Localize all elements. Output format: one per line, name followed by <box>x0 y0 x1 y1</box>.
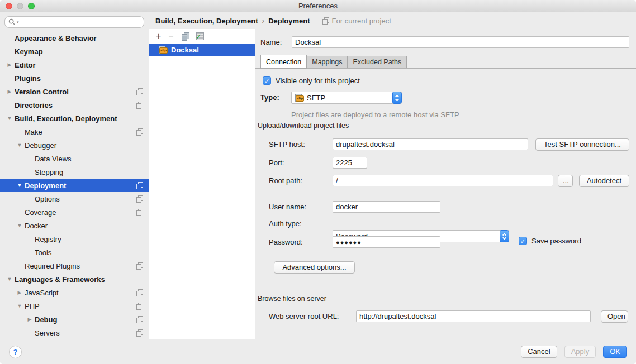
search-input[interactable] <box>20 18 140 26</box>
cancel-button[interactable]: Cancel <box>521 346 557 358</box>
sidebar-item-coverage[interactable]: Coverage <box>0 205 149 219</box>
sidebar-item-label: Stepping <box>35 168 143 176</box>
sidebar-item-docker[interactable]: ▼Docker <box>0 219 149 232</box>
search-filter-caret-icon[interactable]: ▾ <box>17 20 19 25</box>
sidebar-item-label: Required Plugins <box>25 262 136 270</box>
tab-excluded-paths[interactable]: Excluded Paths <box>348 56 407 68</box>
sidebar-item-tools[interactable]: Tools <box>0 246 149 259</box>
copy-server-button[interactable] <box>181 32 189 40</box>
sftp-host-input[interactable] <box>333 138 528 150</box>
sidebar-item-label: Data Views <box>35 155 143 163</box>
sidebar-item-directories[interactable]: Directories <box>0 98 149 112</box>
root-path-input[interactable] <box>333 175 553 186</box>
port-input[interactable] <box>333 157 367 169</box>
chevron-right-icon[interactable]: ▶ <box>25 317 35 322</box>
sidebar-item-label: Servers <box>35 329 136 337</box>
deployment-settings-panel: Name: Connection Mappings Excluded Paths… <box>255 29 636 339</box>
sidebar-item-label: JavaScript <box>25 289 136 297</box>
tab-mappings[interactable]: Mappings <box>307 56 348 68</box>
sidebar-item-php[interactable]: ▼PHP <box>0 299 149 313</box>
chevron-down-icon[interactable]: ▼ <box>4 116 15 121</box>
use-as-default-button[interactable] <box>196 32 204 40</box>
help-button[interactable]: ? <box>9 346 22 358</box>
chevron-down-icon[interactable]: ▼ <box>4 276 15 282</box>
type-label: Type: <box>260 92 279 104</box>
ok-button[interactable]: OK <box>603 346 627 358</box>
browse-section-header: Browse files on server <box>258 295 630 303</box>
chevron-right-icon[interactable]: ▶ <box>15 290 25 295</box>
chevron-down-icon[interactable]: ▼ <box>15 303 25 309</box>
server-list-panel: + − sftp Docksal <box>149 29 255 339</box>
sidebar-item-version-control[interactable]: ▶Version Control <box>0 85 149 98</box>
sidebar-item-data-views[interactable]: Data Views <box>0 152 149 165</box>
tab-divider <box>255 68 636 69</box>
open-url-button[interactable]: Open <box>601 310 628 323</box>
chevron-down-icon[interactable]: ▼ <box>15 183 25 188</box>
sidebar-item-label: Languages & Frameworks <box>15 275 143 284</box>
test-sftp-connection-button[interactable]: Test SFTP connection... <box>535 138 629 151</box>
chevron-down-icon[interactable]: ▼ <box>15 223 25 228</box>
sidebar-item-javascript[interactable]: ▶JavaScript <box>0 286 149 299</box>
sidebar-item-required-plugins[interactable]: Required Plugins <box>0 259 149 272</box>
sidebar-item-languages-frameworks[interactable]: ▼Languages & Frameworks <box>0 272 149 286</box>
titlebar: Preferences <box>0 0 636 12</box>
visible-only-checkbox[interactable]: ✓ <box>263 76 271 85</box>
sidebar-item-stepping[interactable]: Stepping <box>0 165 149 179</box>
apply-button[interactable]: Apply <box>564 346 596 358</box>
server-list-item[interactable]: sftp Docksal <box>149 44 255 56</box>
breadcrumb: Build, Execution, Deployment › Deploymen… <box>149 12 636 29</box>
sidebar-item-label: Plugins <box>15 74 143 83</box>
sidebar-item-deployment[interactable]: ▼Deployment <box>0 179 149 192</box>
sidebar-item-registry[interactable]: Registry <box>0 232 149 246</box>
user-name-input[interactable] <box>333 201 440 213</box>
advanced-options-button[interactable]: Advanced options... <box>274 261 355 274</box>
sidebar-item-make[interactable]: Make <box>0 125 149 138</box>
section-rule <box>353 126 630 126</box>
chevron-right-icon[interactable]: ▶ <box>4 62 15 68</box>
breadcrumb-separator: › <box>262 16 264 25</box>
sftp-server-icon: sftp <box>158 46 168 54</box>
user-name-label: User name: <box>269 201 306 213</box>
per-project-settings-icon <box>136 102 143 109</box>
search-icon <box>8 18 16 26</box>
section-rule <box>330 299 630 299</box>
dropdown-stepper-icon[interactable] <box>392 92 402 104</box>
browse-root-path-button[interactable]: ... <box>558 175 573 187</box>
sidebar-item-debug[interactable]: ▶Debug <box>0 313 149 326</box>
sidebar-item-build-execution-deployment[interactable]: ▼Build, Execution, Deployment <box>0 112 149 125</box>
zoom-window-button[interactable] <box>28 3 35 9</box>
sidebar-item-label: Options <box>35 195 136 203</box>
sidebar-item-editor[interactable]: ▶Editor <box>0 58 149 71</box>
web-root-input[interactable] <box>356 310 591 322</box>
chevron-right-icon[interactable]: ▶ <box>4 89 15 94</box>
breadcrumb-section[interactable]: Build, Execution, Deployment <box>155 17 258 25</box>
dropdown-stepper-icon[interactable] <box>500 230 509 242</box>
per-project-settings-icon <box>136 182 143 189</box>
sidebar-item-debugger[interactable]: ▼Debugger <box>0 138 149 152</box>
type-dropdown[interactable]: sftp SFTP <box>291 92 402 104</box>
settings-search-box[interactable]: ▾ <box>4 16 144 28</box>
name-label: Name: <box>260 36 282 49</box>
server-name-input[interactable] <box>292 36 629 48</box>
sidebar-item-plugins[interactable]: Plugins <box>0 71 149 85</box>
close-window-button[interactable] <box>6 3 12 9</box>
password-input[interactable] <box>333 236 440 248</box>
server-list-toolbar: + − <box>149 29 255 44</box>
autodetect-button[interactable]: Autodetect <box>579 175 629 187</box>
type-value: SFTP <box>307 94 325 102</box>
per-project-settings-icon <box>136 209 143 216</box>
add-server-button[interactable]: + <box>156 32 161 40</box>
breadcrumb-page: Deployment <box>268 17 310 25</box>
minimize-window-button[interactable] <box>17 3 23 9</box>
save-password-label: Save password <box>531 237 581 245</box>
chevron-down-icon[interactable]: ▼ <box>15 142 25 148</box>
sidebar-item-keymap[interactable]: Keymap <box>0 45 149 58</box>
sidebar-item-servers[interactable]: Servers <box>0 326 149 339</box>
sidebar-item-label: Make <box>25 128 136 136</box>
save-password-checkbox[interactable]: ✓ <box>519 237 527 245</box>
tab-connection[interactable]: Connection <box>260 55 307 69</box>
sidebar-item-appearance-behavior[interactable]: Appearance & Behavior <box>0 31 149 45</box>
upload-section-title: Upload/download project files <box>258 122 349 130</box>
remove-server-button[interactable]: − <box>168 32 173 40</box>
sidebar-item-options[interactable]: Options <box>0 192 149 205</box>
